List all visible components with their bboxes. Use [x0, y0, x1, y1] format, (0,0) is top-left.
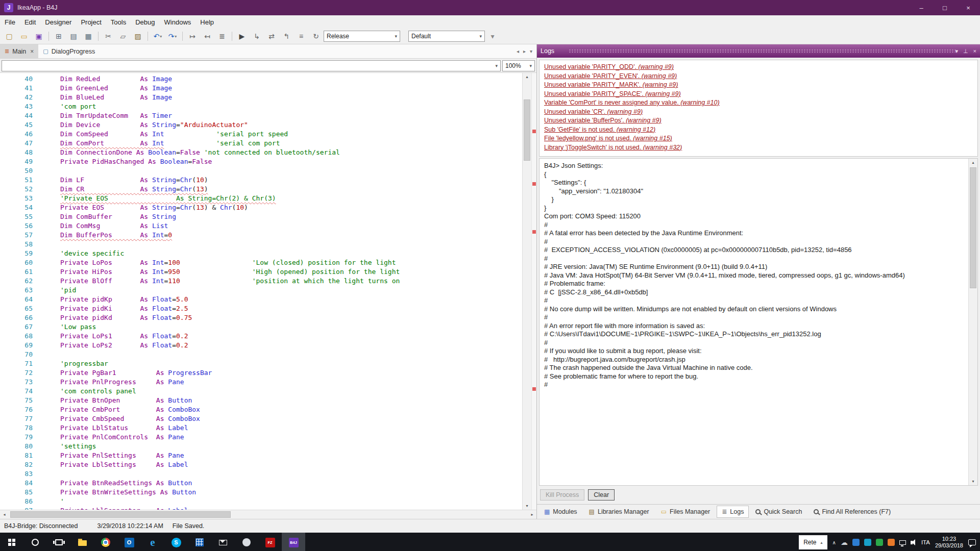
tray-app-teal-icon[interactable]: [864, 539, 871, 546]
tray-app-green-icon[interactable]: [876, 539, 883, 546]
pin-icon[interactable]: ⊥: [963, 48, 968, 55]
code-line[interactable]: Dim RedLed As Image: [60, 74, 522, 84]
code-line[interactable]: 'Low pass: [60, 322, 522, 332]
breakpoints-button[interactable]: ≡: [294, 30, 308, 42]
menu-project[interactable]: Project: [76, 18, 106, 26]
panel-tab-search[interactable]: Quick Search: [750, 506, 807, 518]
taskbar-gray-app-button[interactable]: [235, 533, 258, 551]
logs-panel-header[interactable]: Logs ▾ ⊥ ×: [537, 44, 980, 58]
code-line[interactable]: 'settings: [60, 442, 522, 451]
taskbar-grid-app-button[interactable]: [188, 533, 211, 551]
build-configuration-combo[interactable]: Release▾: [324, 31, 400, 42]
log-output[interactable]: B4J> Json Settings:{ "Settings": { "app_…: [539, 158, 978, 486]
scrollbar-thumb[interactable]: [524, 99, 530, 161]
clock[interactable]: 10:23 29/03/2018: [935, 536, 963, 549]
warning-marker[interactable]: [532, 182, 536, 186]
taskbar-skype-button[interactable]: S: [164, 533, 188, 551]
warning-link[interactable]: Unused variable 'BufferPos'. (warning #9…: [544, 116, 973, 126]
code-line[interactable]: Dim BlueLed As Image: [60, 93, 522, 102]
code-line[interactable]: Private LblSeparator As Label: [60, 506, 522, 510]
warning-link[interactable]: Unused variable 'CR'. (warning #9): [544, 108, 973, 117]
new-file-button[interactable]: ▢: [2, 30, 16, 42]
log-scrollbar[interactable]: ▴ ▾: [968, 159, 977, 485]
code-line[interactable]: Dim ComBuffer As String: [60, 212, 522, 221]
code-line[interactable]: Dim ComPort As Int 'serial com port: [60, 139, 522, 148]
code-line[interactable]: 'com port: [60, 102, 522, 111]
toolbar-overflow-button[interactable]: ▾: [485, 30, 500, 42]
code-line[interactable]: 'Private EOS As String=Chr(2) & Chr(3): [60, 194, 522, 203]
tray-app-orange-icon[interactable]: [888, 539, 895, 546]
tab-dialogprogress[interactable]: ▢DialogProgress: [38, 44, 100, 58]
code-line[interactable]: Private HiPos As Int=950 'High (opened) …: [60, 267, 522, 277]
code-line[interactable]: Private pidKp As Float=5.0: [60, 295, 522, 304]
taskbar-start-button[interactable]: [0, 533, 23, 551]
code-line[interactable]: Dim TmrUpdateComm As Timer: [60, 111, 522, 120]
save-button[interactable]: ▣: [32, 30, 46, 42]
volume-icon[interactable]: [911, 541, 913, 544]
tray-app-blue-icon[interactable]: [852, 539, 860, 546]
code-line[interactable]: [60, 469, 522, 479]
scroll-tabs-right-icon[interactable]: ▸: [523, 48, 526, 54]
code-line[interactable]: Dim CR As String=Chr(13): [60, 185, 522, 194]
clear-logs-button[interactable]: Clear: [588, 489, 615, 500]
code-line[interactable]: Private BlOff As Int=110 'position at wh…: [60, 277, 522, 286]
panel-tab-find[interactable]: Find All References (F7): [808, 506, 896, 518]
comment-button[interactable]: ≣: [215, 30, 229, 42]
editor-horizontal-scrollbar[interactable]: ◂ ▸: [0, 510, 536, 519]
code-line[interactable]: Dim BufferPos As Int=0: [60, 231, 522, 240]
taskbar-b4j-button[interactable]: B4J: [282, 533, 305, 551]
scrollbar-thumb[interactable]: [10, 511, 231, 518]
language-indicator[interactable]: ITA: [921, 539, 930, 545]
scroll-up-icon[interactable]: ▴: [523, 73, 531, 81]
warning-marker[interactable]: [532, 130, 536, 133]
editor-vertical-scrollbar[interactable]: ▴ ▾: [522, 73, 531, 510]
taskbar-search-button[interactable]: [23, 533, 47, 551]
network-flyout-button[interactable]: Rete ▴: [799, 535, 827, 549]
code-line[interactable]: Dim LF As String=Chr(10): [60, 176, 522, 185]
scroll-tabs-left-icon[interactable]: ◂: [517, 48, 519, 54]
menu-help[interactable]: Help: [195, 18, 218, 26]
code-line[interactable]: 'pid: [60, 286, 522, 295]
code-line[interactable]: Private PnlSettings As Pane: [60, 451, 522, 460]
code-line[interactable]: [60, 166, 522, 176]
tab-main[interactable]: ≣Main×: [0, 44, 38, 58]
warning-link[interactable]: Unused variable 'PARITY_MARK'. (warning …: [544, 81, 973, 90]
menu-windows[interactable]: Windows: [160, 18, 196, 26]
code-line[interactable]: Private LblStatus As Label: [60, 423, 522, 433]
undo-button[interactable]: ↶▾: [151, 30, 165, 42]
scroll-down-icon[interactable]: ▾: [523, 502, 531, 510]
step-over-button[interactable]: ⇄: [264, 30, 279, 42]
code-line[interactable]: Private PidHasChanged As Boolean=False: [60, 157, 522, 166]
outdent-button[interactable]: ↤: [200, 30, 214, 42]
warning-link[interactable]: Variable 'ComPort' is never assigned any…: [544, 98, 973, 108]
panel-tab-libraries[interactable]: ▤Libraries Manager: [584, 506, 654, 518]
code-line[interactable]: Dim ComMsg As List: [60, 221, 522, 231]
indent-button[interactable]: ↦: [185, 30, 200, 42]
designer-button[interactable]: ⊞: [52, 30, 66, 42]
copy-button[interactable]: ▱: [116, 30, 130, 42]
taskbar-edge-button[interactable]: e: [141, 533, 164, 551]
zoom-selector[interactable]: 100% ▾: [502, 60, 535, 71]
run-button[interactable]: ▶: [235, 30, 249, 42]
code-line[interactable]: Private BtnReadSettings As Button: [60, 479, 522, 488]
code-line[interactable]: ': [60, 497, 522, 506]
taskbar-task-view-button[interactable]: [47, 533, 70, 551]
menu-tools[interactable]: Tools: [106, 18, 131, 26]
panel-tab-logs[interactable]: ≣Logs: [717, 506, 749, 518]
code-line[interactable]: [60, 240, 522, 249]
action-center-button[interactable]: [968, 539, 976, 545]
taskbar-filezilla-button[interactable]: FZ: [258, 533, 282, 551]
code-line[interactable]: Private pidKd As Float=0.75: [60, 313, 522, 322]
paste-button[interactable]: ▨: [131, 30, 145, 42]
code-line[interactable]: Dim ConnectionDone As Boolean=False 'not…: [60, 148, 522, 157]
minimize-button[interactable]: –: [910, 0, 933, 15]
scroll-right-icon[interactable]: ▸: [528, 510, 536, 519]
taskbar-mail-button[interactable]: [211, 533, 235, 551]
close-button[interactable]: ×: [957, 0, 980, 15]
panel-tab-modules[interactable]: ▦Modules: [539, 506, 582, 518]
onedrive-icon[interactable]: ☁: [841, 539, 848, 546]
code-line[interactable]: Private pidKi As Float=2.5: [60, 304, 522, 313]
run-configuration-combo[interactable]: Default▾: [408, 31, 485, 42]
step-out-button[interactable]: ↰: [279, 30, 293, 42]
warning-link[interactable]: Unused variable 'PARITY_EVEN'. (warning …: [544, 72, 973, 81]
